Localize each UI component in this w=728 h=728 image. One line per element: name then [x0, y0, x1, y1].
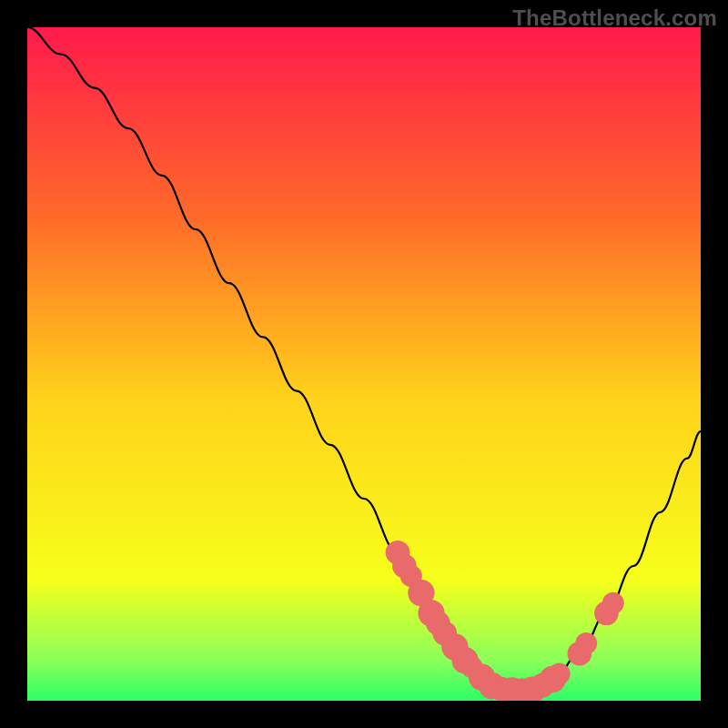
bottleneck-chart — [27, 27, 701, 701]
data-marker — [602, 592, 624, 614]
data-marker — [575, 632, 597, 654]
data-marker — [549, 662, 571, 684]
chart-frame — [27, 27, 701, 701]
